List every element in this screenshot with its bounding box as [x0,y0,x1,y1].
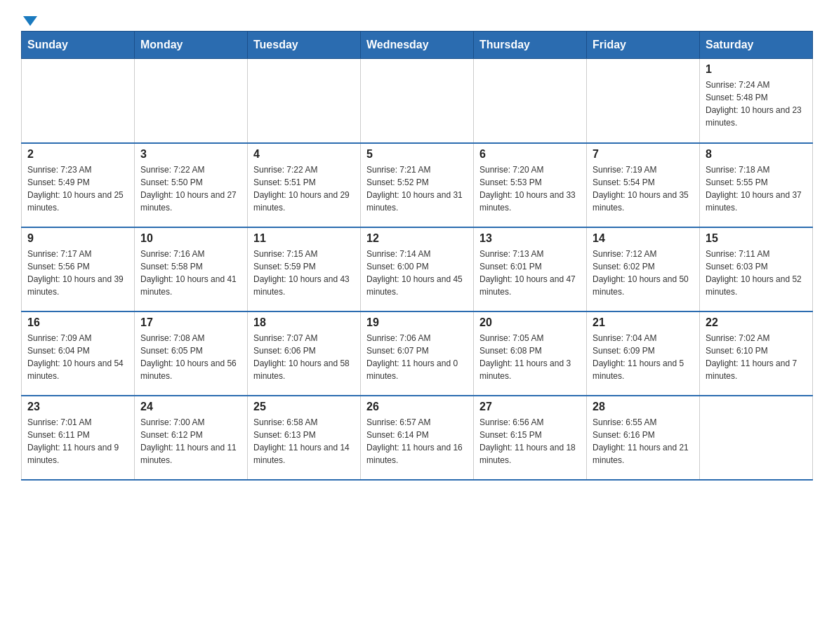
calendar-cell: 24Sunrise: 7:00 AMSunset: 6:12 PMDayligh… [135,396,248,480]
calendar-cell: 12Sunrise: 7:14 AMSunset: 6:00 PMDayligh… [361,227,474,311]
day-info: Sunrise: 6:55 AMSunset: 6:16 PMDaylight:… [593,416,694,467]
calendar-cell [700,396,813,480]
calendar-cell: 28Sunrise: 6:55 AMSunset: 6:16 PMDayligh… [587,396,700,480]
weekday-header-tuesday: Tuesday [248,32,361,59]
calendar-cell: 9Sunrise: 7:17 AMSunset: 5:56 PMDaylight… [22,227,135,311]
day-number: 19 [366,316,468,329]
calendar-week-row: 1Sunrise: 7:24 AMSunset: 5:48 PMDaylight… [22,59,813,143]
weekday-header-friday: Friday [587,32,700,59]
calendar-cell: 11Sunrise: 7:15 AMSunset: 5:59 PMDayligh… [248,227,361,311]
day-info: Sunrise: 6:58 AMSunset: 6:13 PMDaylight:… [253,416,355,467]
day-info: Sunrise: 7:21 AMSunset: 5:52 PMDaylight:… [366,163,468,214]
day-number: 6 [479,148,581,161]
day-number: 5 [366,148,468,161]
calendar-cell: 16Sunrise: 7:09 AMSunset: 6:04 PMDayligh… [22,311,135,396]
calendar-cell: 8Sunrise: 7:18 AMSunset: 5:55 PMDaylight… [700,143,813,227]
calendar-cell [587,59,700,143]
day-number: 18 [253,316,355,329]
day-number: 9 [27,232,128,245]
day-number: 23 [27,401,128,413]
calendar-cell: 10Sunrise: 7:16 AMSunset: 5:58 PMDayligh… [135,227,248,311]
calendar-cell [135,59,248,143]
calendar-cell: 6Sunrise: 7:20 AMSunset: 5:53 PMDaylight… [474,143,587,227]
day-number: 13 [479,232,581,245]
day-number: 2 [27,148,128,161]
day-info: Sunrise: 7:22 AMSunset: 5:50 PMDaylight:… [140,163,241,214]
day-info: Sunrise: 7:08 AMSunset: 6:05 PMDaylight:… [140,332,241,382]
calendar-cell: 2Sunrise: 7:23 AMSunset: 5:49 PMDaylight… [22,143,135,227]
day-info: Sunrise: 7:12 AMSunset: 6:02 PMDaylight:… [593,248,694,298]
weekday-header-thursday: Thursday [474,32,587,59]
calendar-cell: 4Sunrise: 7:22 AMSunset: 5:51 PMDaylight… [248,143,361,227]
calendar-cell: 26Sunrise: 6:57 AMSunset: 6:14 PMDayligh… [361,396,474,480]
day-info: Sunrise: 7:06 AMSunset: 6:07 PMDaylight:… [366,332,468,382]
day-info: Sunrise: 7:13 AMSunset: 6:01 PMDaylight:… [479,248,581,298]
day-info: Sunrise: 7:07 AMSunset: 6:06 PMDaylight:… [253,332,355,382]
calendar-cell: 19Sunrise: 7:06 AMSunset: 6:07 PMDayligh… [361,311,474,396]
calendar-cell: 5Sunrise: 7:21 AMSunset: 5:52 PMDaylight… [361,143,474,227]
day-number: 16 [27,316,128,329]
logo [21,14,37,24]
calendar-cell [474,59,587,143]
day-number: 25 [253,401,355,413]
day-info: Sunrise: 7:00 AMSunset: 6:12 PMDaylight:… [140,416,241,467]
calendar-week-row: 9Sunrise: 7:17 AMSunset: 5:56 PMDaylight… [22,227,813,311]
calendar-cell: 22Sunrise: 7:02 AMSunset: 6:10 PMDayligh… [700,311,813,396]
day-number: 14 [593,232,694,245]
day-number: 3 [140,148,241,161]
page-header [21,14,813,24]
calendar-cell: 27Sunrise: 6:56 AMSunset: 6:15 PMDayligh… [474,396,587,480]
day-info: Sunrise: 7:14 AMSunset: 6:00 PMDaylight:… [366,248,468,298]
day-info: Sunrise: 7:24 AMSunset: 5:48 PMDaylight:… [706,79,807,129]
day-info: Sunrise: 7:05 AMSunset: 6:08 PMDaylight:… [479,332,581,382]
day-number: 8 [706,148,807,161]
calendar-cell: 20Sunrise: 7:05 AMSunset: 6:08 PMDayligh… [474,311,587,396]
calendar-cell: 1Sunrise: 7:24 AMSunset: 5:48 PMDaylight… [700,59,813,143]
day-number: 22 [706,316,807,329]
calendar-table: SundayMondayTuesdayWednesdayThursdayFrid… [21,31,813,481]
calendar-cell: 13Sunrise: 7:13 AMSunset: 6:01 PMDayligh… [474,227,587,311]
day-info: Sunrise: 7:02 AMSunset: 6:10 PMDaylight:… [706,332,807,382]
day-info: Sunrise: 7:15 AMSunset: 5:59 PMDaylight:… [253,248,355,298]
day-number: 26 [366,401,468,413]
day-info: Sunrise: 7:16 AMSunset: 5:58 PMDaylight:… [140,248,241,298]
day-number: 10 [140,232,241,245]
calendar-week-row: 2Sunrise: 7:23 AMSunset: 5:49 PMDaylight… [22,143,813,227]
calendar-cell [361,59,474,143]
day-number: 21 [593,316,694,329]
calendar-week-row: 23Sunrise: 7:01 AMSunset: 6:11 PMDayligh… [22,396,813,480]
calendar-cell: 23Sunrise: 7:01 AMSunset: 6:11 PMDayligh… [22,396,135,480]
calendar-cell: 15Sunrise: 7:11 AMSunset: 6:03 PMDayligh… [700,227,813,311]
day-info: Sunrise: 6:56 AMSunset: 6:15 PMDaylight:… [479,416,581,467]
day-info: Sunrise: 7:04 AMSunset: 6:09 PMDaylight:… [593,332,694,382]
day-info: Sunrise: 7:19 AMSunset: 5:54 PMDaylight:… [593,163,694,214]
day-number: 27 [479,401,581,413]
calendar-cell [22,59,135,143]
logo-arrow-icon [23,16,37,26]
weekday-header-row: SundayMondayTuesdayWednesdayThursdayFrid… [22,32,813,59]
day-number: 24 [140,401,241,413]
day-info: Sunrise: 7:01 AMSunset: 6:11 PMDaylight:… [27,416,128,467]
day-info: Sunrise: 7:11 AMSunset: 6:03 PMDaylight:… [706,248,807,298]
day-info: Sunrise: 6:57 AMSunset: 6:14 PMDaylight:… [366,416,468,467]
day-number: 28 [593,401,694,413]
calendar-week-row: 16Sunrise: 7:09 AMSunset: 6:04 PMDayligh… [22,311,813,396]
calendar-cell: 17Sunrise: 7:08 AMSunset: 6:05 PMDayligh… [135,311,248,396]
day-number: 11 [253,232,355,245]
day-info: Sunrise: 7:18 AMSunset: 5:55 PMDaylight:… [706,163,807,214]
weekday-header-monday: Monday [135,32,248,59]
day-number: 1 [706,63,807,76]
calendar-cell: 18Sunrise: 7:07 AMSunset: 6:06 PMDayligh… [248,311,361,396]
day-info: Sunrise: 7:17 AMSunset: 5:56 PMDaylight:… [27,248,128,298]
day-number: 4 [253,148,355,161]
day-info: Sunrise: 7:09 AMSunset: 6:04 PMDaylight:… [27,332,128,382]
day-number: 20 [479,316,581,329]
calendar-cell [248,59,361,143]
day-info: Sunrise: 7:22 AMSunset: 5:51 PMDaylight:… [253,163,355,214]
day-number: 12 [366,232,468,245]
calendar-cell: 3Sunrise: 7:22 AMSunset: 5:50 PMDaylight… [135,143,248,227]
calendar-cell: 21Sunrise: 7:04 AMSunset: 6:09 PMDayligh… [587,311,700,396]
calendar-cell: 14Sunrise: 7:12 AMSunset: 6:02 PMDayligh… [587,227,700,311]
weekday-header-saturday: Saturday [700,32,813,59]
calendar-cell: 7Sunrise: 7:19 AMSunset: 5:54 PMDaylight… [587,143,700,227]
